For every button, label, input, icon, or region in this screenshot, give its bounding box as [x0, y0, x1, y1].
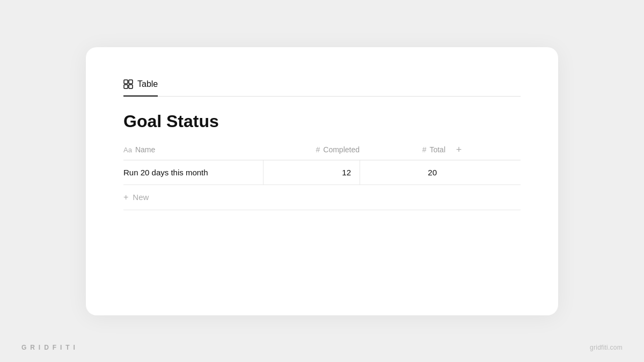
brand-right: gridfiti.com	[590, 344, 623, 351]
col-header-total: # Total	[360, 144, 445, 156]
col-header-completed: # Completed	[263, 144, 360, 156]
cell-completed[interactable]: 12	[263, 160, 360, 184]
col-completed-label: Completed	[323, 145, 360, 154]
row-total-value: 20	[428, 168, 437, 177]
table-container: Aa Name # Completed # Total + Run 20 day…	[123, 144, 521, 210]
aa-icon: Aa	[123, 146, 132, 154]
svg-rect-3	[129, 85, 133, 88]
brand-left: G R I D F I T I	[21, 344, 76, 351]
new-row-plus-icon: +	[123, 193, 128, 202]
hash-icon-completed: #	[316, 145, 320, 154]
svg-rect-1	[129, 80, 133, 84]
tab-table[interactable]: Table	[123, 79, 158, 97]
svg-rect-2	[124, 85, 128, 88]
row-completed-value: 12	[342, 168, 351, 177]
table-icon	[123, 79, 133, 89]
col-header-name: Aa Name	[123, 144, 263, 156]
cell-total[interactable]: 20	[360, 160, 445, 184]
table-header: Aa Name # Completed # Total +	[123, 144, 521, 160]
col-name-label: Name	[135, 145, 155, 154]
new-row-label: New	[133, 193, 149, 202]
tab-bar: Table	[123, 79, 521, 97]
col-total-label: Total	[429, 145, 445, 154]
main-card: Table Goal Status Aa Name # Completed # …	[86, 47, 558, 315]
footer: G R I D F I T I gridfiti.com	[21, 344, 623, 351]
table-row[interactable]: Run 20 days this month 12 20	[123, 160, 521, 185]
hash-icon-total: #	[422, 145, 427, 154]
add-col-icon: +	[456, 144, 462, 156]
svg-rect-0	[124, 80, 128, 84]
cell-name[interactable]: Run 20 days this month	[123, 160, 263, 184]
new-row-button[interactable]: + New	[123, 185, 521, 210]
page-title: Goal Status	[123, 112, 521, 131]
cell-row-add	[445, 160, 472, 184]
col-header-add[interactable]: +	[445, 144, 472, 156]
tab-table-label: Table	[137, 79, 158, 89]
row-name-value: Run 20 days this month	[123, 168, 208, 177]
